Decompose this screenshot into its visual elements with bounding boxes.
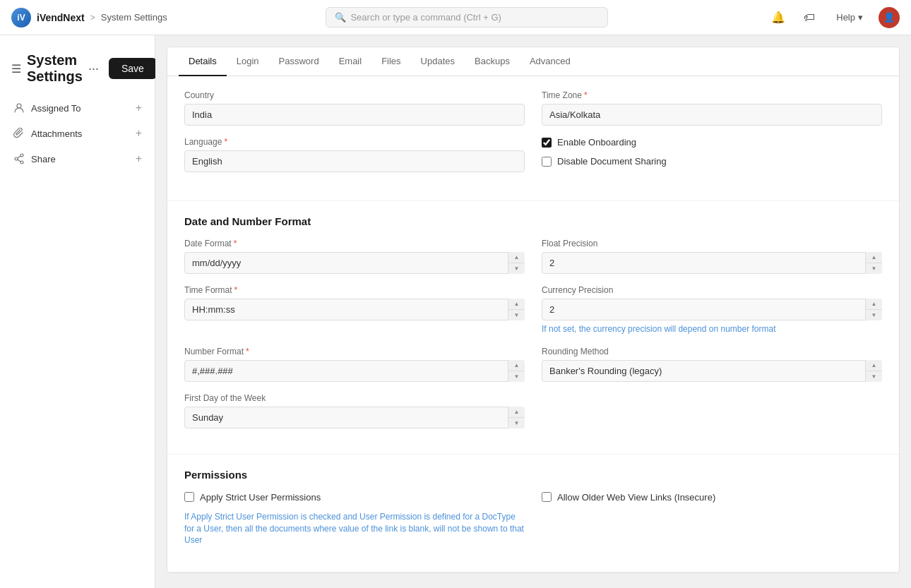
country-timezone-row: Country Time Zone * bbox=[184, 90, 882, 126]
allow-older-label[interactable]: Allow Older Web View Links (Insecure) bbox=[557, 492, 715, 503]
spinner-up[interactable]: ▲ bbox=[508, 299, 525, 310]
spinner-down[interactable]: ▼ bbox=[866, 310, 882, 320]
spinner-down[interactable]: ▼ bbox=[508, 310, 525, 320]
tab-details[interactable]: Details bbox=[179, 47, 227, 76]
permissions-heading: Permissions bbox=[184, 469, 882, 481]
help-button[interactable]: Help ▾ bbox=[829, 9, 870, 25]
rounding-method-spinner[interactable]: ▲ ▼ bbox=[865, 360, 882, 382]
timezone-input[interactable] bbox=[542, 104, 882, 126]
tab-advanced[interactable]: Advanced bbox=[520, 47, 580, 76]
navbar: iV iVendNext > System Settings 🔍 Search … bbox=[0, 0, 911, 35]
currency-precision-label: Currency Precision bbox=[542, 285, 882, 295]
time-format-currency-row: Time Format * HH:mm:ss hh:mm:ss ▲ ▼ bbox=[184, 285, 882, 335]
spinner-up[interactable]: ▲ bbox=[866, 252, 882, 263]
attachments-icon bbox=[13, 127, 25, 140]
search-bar[interactable]: 🔍 Search or type a command (Ctrl + G) bbox=[326, 7, 608, 28]
breadcrumb-page[interactable]: System Settings bbox=[101, 12, 167, 23]
sidebar-item-attachments[interactable]: Attachments + bbox=[6, 121, 149, 145]
country-input[interactable] bbox=[184, 104, 525, 126]
number-format-group: Number Format * #,###.### #.###,### ▲ ▼ bbox=[184, 347, 525, 382]
chevron-down-icon: ▾ bbox=[858, 12, 863, 23]
rounding-method-group: Rounding Method Banker's Rounding (legac… bbox=[542, 347, 882, 382]
permissions-row: Apply Strict User Permissions If Apply S… bbox=[184, 492, 882, 546]
more-options-button[interactable]: ··· bbox=[83, 59, 105, 79]
enable-onboarding-checkbox[interactable] bbox=[542, 138, 552, 148]
tab-backups[interactable]: Backups bbox=[465, 47, 520, 76]
sidebar-item-label-attachments: Attachments bbox=[31, 128, 82, 139]
currency-precision-helper: If not set, the currency precision will … bbox=[542, 323, 882, 335]
spinner-down[interactable]: ▼ bbox=[508, 263, 525, 274]
apply-strict-checkbox-group: Apply Strict User Permissions bbox=[184, 492, 525, 503]
add-assigned-to-button[interactable]: + bbox=[136, 102, 142, 114]
spinner-up[interactable]: ▲ bbox=[508, 407, 525, 418]
tab-login[interactable]: Login bbox=[227, 47, 269, 76]
avatar[interactable]: 👤 bbox=[879, 7, 900, 28]
sidebar-item-left: Attachments bbox=[13, 127, 82, 140]
apply-strict-checkbox[interactable] bbox=[184, 492, 194, 502]
svg-point-1 bbox=[20, 154, 23, 157]
language-input[interactable] bbox=[184, 150, 525, 172]
apply-strict-label[interactable]: Apply Strict User Permissions bbox=[200, 492, 321, 503]
spinner-up[interactable]: ▲ bbox=[508, 360, 525, 371]
add-attachments-button[interactable]: + bbox=[136, 127, 142, 140]
time-format-required: * bbox=[234, 285, 238, 295]
spinner-down[interactable]: ▼ bbox=[508, 371, 525, 382]
time-format-select-wrapper: HH:mm:ss hh:mm:ss ▲ ▼ bbox=[184, 299, 525, 320]
spinner-down[interactable]: ▼ bbox=[866, 263, 882, 274]
sidebar-item-label-share: Share bbox=[31, 154, 56, 164]
date-format-select[interactable]: mm/dd/yyyy dd/mm/yyyy yyyy-mm-dd bbox=[184, 252, 525, 274]
permissions-section: Permissions Apply Strict User Permission… bbox=[167, 455, 899, 572]
timezone-label: Time Zone * bbox=[542, 90, 882, 100]
number-format-select[interactable]: #,###.### #.###,### bbox=[184, 360, 525, 382]
tags-icon[interactable]: 🏷 bbox=[798, 6, 821, 29]
time-format-spinner[interactable]: ▲ ▼ bbox=[508, 299, 525, 320]
disable-document-sharing-label[interactable]: Disable Document Sharing bbox=[557, 156, 667, 167]
number-format-spinner[interactable]: ▲ ▼ bbox=[508, 360, 525, 382]
date-format-spinner[interactable]: ▲ ▼ bbox=[508, 252, 525, 274]
float-precision-label: Float Precision bbox=[542, 239, 882, 248]
float-precision-select[interactable]: 2 3 4 bbox=[542, 252, 882, 274]
first-day-spinner[interactable]: ▲ ▼ bbox=[508, 407, 525, 428]
enable-onboarding-label[interactable]: Enable Onboarding bbox=[557, 137, 636, 148]
spinner-up[interactable]: ▲ bbox=[866, 360, 882, 371]
country-label: Country bbox=[184, 90, 525, 100]
tab-email[interactable]: Email bbox=[329, 47, 372, 76]
currency-precision-select-wrapper: 2 3 4 ▲ ▼ bbox=[542, 299, 882, 320]
country-group: Country bbox=[184, 90, 525, 126]
tab-password[interactable]: Password bbox=[269, 47, 329, 76]
rounding-method-select[interactable]: Banker's Rounding (legacy) Commercial Ro… bbox=[542, 360, 882, 382]
currency-precision-spinner[interactable]: ▲ ▼ bbox=[865, 299, 882, 320]
spinner-down[interactable]: ▼ bbox=[508, 418, 525, 428]
add-share-button[interactable]: + bbox=[136, 152, 142, 165]
save-button[interactable]: Save bbox=[109, 58, 157, 79]
sidebar-item-assigned-to[interactable]: Assigned To + bbox=[6, 96, 149, 120]
currency-precision-select[interactable]: 2 3 4 bbox=[542, 299, 882, 320]
tab-updates[interactable]: Updates bbox=[411, 47, 465, 76]
date-number-section: Date and Number Format Date Format * mm/… bbox=[167, 201, 899, 455]
brand-icon: iV bbox=[11, 8, 31, 28]
form-card: Details Login Password Email Files Updat… bbox=[167, 47, 900, 573]
disable-document-sharing-checkbox[interactable] bbox=[542, 157, 552, 167]
first-day-group: First Day of the Week Sunday Monday Satu… bbox=[184, 393, 525, 428]
float-precision-spinner[interactable]: ▲ ▼ bbox=[865, 252, 882, 274]
notifications-icon[interactable]: 🔔 bbox=[767, 6, 790, 29]
timezone-group: Time Zone * bbox=[542, 90, 882, 126]
first-day-select[interactable]: Sunday Monday Saturday bbox=[184, 407, 525, 428]
page-title: System Settings bbox=[27, 52, 83, 85]
svg-point-2 bbox=[20, 161, 23, 164]
search-icon: 🔍 bbox=[335, 12, 346, 23]
language-group: Language * bbox=[184, 137, 525, 172]
date-number-heading: Date and Number Format bbox=[184, 215, 882, 227]
time-format-select[interactable]: HH:mm:ss hh:mm:ss bbox=[184, 299, 525, 320]
brand-name[interactable]: iVendNext bbox=[37, 12, 85, 23]
time-format-group: Time Format * HH:mm:ss hh:mm:ss ▲ ▼ bbox=[184, 285, 525, 335]
spinner-down[interactable]: ▼ bbox=[866, 371, 882, 382]
number-format-label: Number Format * bbox=[184, 347, 525, 356]
sidebar: ☰ System Settings ··· Save Assigned To bbox=[0, 35, 155, 588]
spinner-up[interactable]: ▲ bbox=[508, 252, 525, 263]
sidebar-item-share[interactable]: Share + bbox=[6, 147, 149, 171]
tab-files[interactable]: Files bbox=[371, 47, 410, 76]
spinner-up[interactable]: ▲ bbox=[866, 299, 882, 310]
hamburger-icon[interactable]: ☰ bbox=[11, 62, 21, 76]
allow-older-checkbox[interactable] bbox=[542, 492, 552, 502]
